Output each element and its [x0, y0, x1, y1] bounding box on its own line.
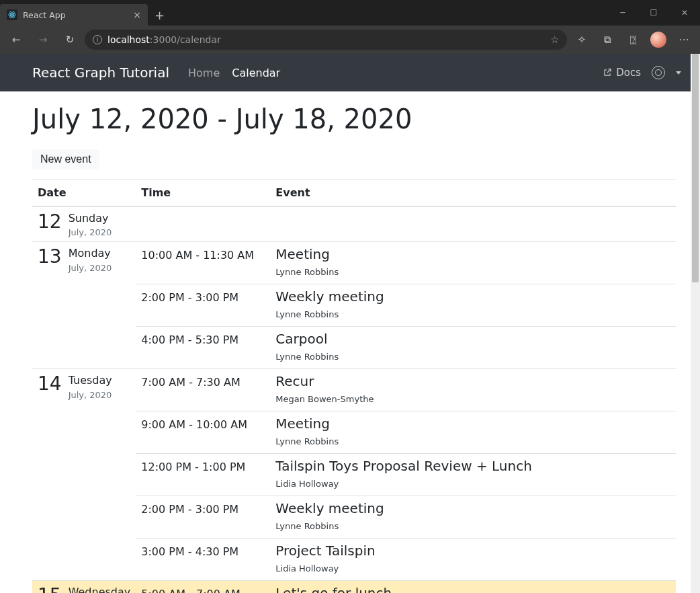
scrollbar-thumb[interactable]: [692, 54, 699, 282]
external-link-icon: [603, 68, 612, 77]
react-favicon: [7, 9, 17, 20]
table-row: 13MondayJuly, 202010:00 AM - 11:30 AMMee…: [32, 242, 676, 284]
event-organizer: Lynne Robbins: [275, 436, 670, 446]
col-header-date: Date: [32, 180, 136, 207]
event-organizer: Lynne Robbins: [275, 267, 670, 277]
window-close-button[interactable]: ✕: [669, 0, 700, 26]
window-controls: ─ ☐ ✕: [607, 0, 700, 26]
browser-chrome: React App × + ─ ☐ ✕ ← → ↻ i localhost:30…: [0, 0, 700, 54]
table-row: 15WednesdayJuly, 20205:00 AM - 7:00 AMLe…: [32, 581, 676, 593]
event-organizer: Lynne Robbins: [275, 352, 670, 362]
date-cell: 12SundayJuly, 2020: [38, 211, 130, 237]
scrollbar-track[interactable]: [691, 54, 700, 593]
event-title[interactable]: Meeting: [275, 246, 670, 263]
event-time: 4:00 PM - 5:30 PM: [141, 331, 265, 346]
calendar-table: Date Time Event 12SundayJuly, 202013Mond…: [32, 179, 676, 593]
day-month: July, 2020: [69, 390, 112, 400]
address-bar: ← → ↻ i localhost:3000/calendar ☆ ✧ ⧉ ⍰ …: [0, 26, 700, 54]
table-row: 2:00 PM - 3:00 PMWeekly meetingLynne Rob…: [32, 496, 676, 539]
tab-close-icon[interactable]: ×: [133, 9, 141, 20]
browser-tab[interactable]: React App ×: [0, 4, 148, 26]
event-title[interactable]: Tailspin Toys Proposal Review + Lunch: [275, 458, 670, 475]
event-time: 9:00 AM - 10:00 AM: [141, 416, 265, 431]
tab-bar: React App × + ─ ☐ ✕: [0, 0, 700, 26]
event-time: 10:00 AM - 11:30 AM: [141, 246, 265, 262]
date-cell: 13MondayJuly, 2020: [38, 246, 130, 272]
day-number: 13: [38, 247, 62, 266]
favorite-star-icon[interactable]: ☆: [550, 34, 559, 45]
new-tab-button[interactable]: +: [148, 4, 171, 26]
new-event-button[interactable]: New event: [32, 149, 99, 169]
svg-point-3: [11, 14, 13, 15]
event-time: 12:00 PM - 1:00 PM: [141, 458, 265, 473]
event-organizer: Lynne Robbins: [275, 521, 670, 531]
date-cell: 14TuesdayJuly, 2020: [38, 373, 130, 399]
table-row: 9:00 AM - 10:00 AMMeetingLynne Robbins: [32, 411, 676, 454]
docs-link[interactable]: Docs: [603, 67, 641, 79]
event-organizer: Lidia Holloway: [275, 563, 670, 574]
event-organizer: Megan Bowen-Smythe: [275, 394, 670, 404]
day-of-week: Sunday: [69, 212, 112, 225]
day-month: July, 2020: [69, 263, 112, 273]
back-button[interactable]: ←: [4, 29, 28, 50]
event-organizer: Lidia Holloway: [275, 479, 670, 489]
user-icon[interactable]: [652, 66, 665, 79]
forward-button[interactable]: →: [31, 29, 55, 50]
profile-avatar[interactable]: [646, 29, 670, 50]
day-of-week: Monday: [69, 247, 112, 260]
page-title: July 12, 2020 - July 18, 2020: [32, 104, 676, 134]
table-row: 4:00 PM - 5:30 PMCarpoolLynne Robbins: [32, 327, 676, 369]
event-title[interactable]: Let's go for lunch: [275, 585, 670, 593]
person-button[interactable]: ⍰: [621, 29, 645, 50]
more-menu-button[interactable]: ⋯: [672, 29, 696, 50]
table-row: 12SundayJuly, 2020: [32, 206, 676, 242]
favorites-button[interactable]: ✧: [570, 29, 594, 50]
table-row: 2:00 PM - 3:00 PMWeekly meetingLynne Rob…: [32, 284, 676, 327]
page-viewport: React Graph Tutorial HomeCalendar Docs J…: [0, 54, 700, 593]
window-minimize-button[interactable]: ─: [607, 0, 638, 26]
refresh-button[interactable]: ↻: [58, 29, 82, 50]
event-title[interactable]: Meeting: [275, 416, 670, 432]
table-row: 12:00 PM - 1:00 PMTailspin Toys Proposal…: [32, 454, 676, 496]
app-navbar: React Graph Tutorial HomeCalendar Docs: [0, 54, 700, 91]
table-row: 14TuesdayJuly, 20207:00 AM - 7:30 AMRecu…: [32, 369, 676, 411]
event-title[interactable]: Weekly meeting: [275, 288, 670, 305]
day-number: 14: [38, 374, 62, 393]
event-title[interactable]: Carpool: [275, 331, 670, 348]
page-content: July 12, 2020 - July 18, 2020 New event …: [0, 91, 700, 593]
table-row: 3:00 PM - 4:30 PMProject TailspinLidia H…: [32, 539, 676, 581]
col-header-time: Time: [136, 180, 270, 207]
nav-link-home[interactable]: Home: [188, 67, 220, 79]
docs-label: Docs: [616, 67, 641, 79]
event-time: 7:00 AM - 7:30 AM: [141, 373, 265, 389]
tab-title: React App: [23, 10, 66, 20]
collections-button[interactable]: ⧉: [595, 29, 619, 50]
day-of-week: Wednesday: [69, 586, 131, 593]
col-header-event: Event: [270, 180, 676, 207]
event-time: 2:00 PM - 3:00 PM: [141, 500, 265, 516]
url-text: localhost:3000/calendar: [107, 34, 221, 45]
event-time: 5:00 AM - 7:00 AM: [141, 585, 265, 593]
event-title[interactable]: Project Tailspin: [275, 543, 670, 559]
day-number: 12: [38, 212, 62, 231]
date-cell: 15WednesdayJuly, 2020: [38, 585, 130, 593]
event-title[interactable]: Recur: [275, 373, 670, 390]
day-month: July, 2020: [69, 227, 112, 237]
app-brand[interactable]: React Graph Tutorial: [32, 65, 169, 81]
event-organizer: Lynne Robbins: [275, 309, 670, 319]
window-maximize-button[interactable]: ☐: [638, 0, 669, 26]
day-number: 15: [38, 586, 62, 593]
day-of-week: Tuesday: [69, 374, 112, 387]
event-time: 3:00 PM - 4:30 PM: [141, 543, 265, 558]
url-input[interactable]: i localhost:3000/calendar ☆: [85, 30, 567, 50]
site-info-icon[interactable]: i: [93, 35, 102, 44]
event-time: 2:00 PM - 3:00 PM: [141, 288, 265, 304]
event-title[interactable]: Weekly meeting: [275, 500, 670, 517]
user-menu-caret-icon[interactable]: [676, 71, 681, 75]
nav-link-calendar[interactable]: Calendar: [232, 67, 280, 79]
